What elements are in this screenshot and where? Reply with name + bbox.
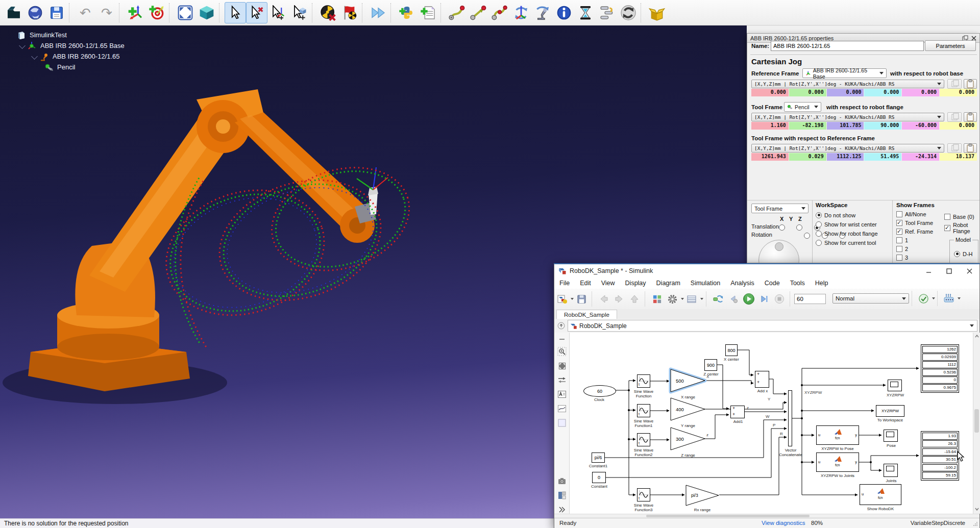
menu-file[interactable]: File xyxy=(554,280,575,287)
simulation-data-inspector-button[interactable] xyxy=(711,292,725,306)
vertical-scrollbar[interactable] xyxy=(973,333,980,514)
forward-button[interactable] xyxy=(612,292,626,306)
minimize-button[interactable] xyxy=(918,264,939,278)
block-gain-y-range[interactable]: 400 xyxy=(669,396,708,423)
tree-item-robot[interactable]: ABB IRB 2600-12/1.65 xyxy=(13,51,125,62)
model-settings-button[interactable] xyxy=(665,292,679,306)
select-none-button[interactable] xyxy=(246,2,267,23)
translation-x-radio[interactable] xyxy=(779,224,785,231)
paste-pose-button[interactable] xyxy=(964,79,977,89)
solver-name[interactable]: VariableStepDiscrete xyxy=(911,520,965,526)
pose-y-value[interactable]: 0.029 xyxy=(789,153,826,161)
block-sine-wave-function[interactable]: t xyxy=(637,374,650,388)
select-button[interactable] xyxy=(225,2,246,23)
pose-rz-value[interactable]: 90.000 xyxy=(864,122,901,130)
add-python-program-button[interactable] xyxy=(396,2,418,23)
tab-robodk-sample[interactable]: RoboDK_Sample xyxy=(556,310,617,319)
parameters-button[interactable]: Parameters xyxy=(925,40,976,51)
simulation-mode-select[interactable]: Normal xyxy=(832,293,909,304)
pause-simulation-button[interactable] xyxy=(575,2,596,23)
open-project-button[interactable] xyxy=(3,2,24,23)
tree-item-tool[interactable]: Pencil xyxy=(13,62,125,72)
expand-chevron-icon[interactable] xyxy=(31,53,38,60)
update-simulation-button[interactable] xyxy=(618,2,639,23)
block-gain-rx-range[interactable]: pi/3 xyxy=(684,484,721,507)
block-fcn-xyzrpw-to-joints[interactable]: u y fcn xyxy=(816,452,859,472)
pose-z-value[interactable]: 0.000 xyxy=(827,89,864,96)
block-to-workspace[interactable]: XYZRPW xyxy=(876,405,904,417)
block-constant1[interactable]: pi/6 xyxy=(592,452,605,463)
pose-rz-value[interactable]: 0.000 xyxy=(864,89,901,96)
block-gain-z-range[interactable]: 300 xyxy=(669,425,708,453)
move-joint-instruction-button[interactable] xyxy=(446,2,468,23)
collision-map-button[interactable] xyxy=(339,2,360,23)
menu-diagram[interactable]: Diagram xyxy=(651,280,685,287)
block-fcn-show-robodk[interactable]: u fcn xyxy=(860,484,901,505)
pose-ry-value[interactable]: 0.000 xyxy=(902,89,939,96)
pose-ry-value[interactable]: -24.314 xyxy=(902,153,939,161)
zoom-select-tool[interactable] xyxy=(556,346,568,357)
jog-dial-knob[interactable] xyxy=(775,242,783,251)
name-input[interactable] xyxy=(771,41,924,51)
copy-pose-button[interactable] xyxy=(947,143,962,153)
block-const-x-center[interactable]: 800 xyxy=(725,344,738,356)
redo-button[interactable]: ↷ xyxy=(96,2,117,23)
translation-y-radio[interactable] xyxy=(796,224,802,231)
move-object-button[interactable] xyxy=(289,2,310,23)
resize-grip-icon[interactable] xyxy=(973,521,978,526)
menu-tools[interactable]: Tools xyxy=(785,280,810,287)
view-diagnostics-link[interactable]: View diagnostics xyxy=(762,520,805,526)
update-diagram-button[interactable] xyxy=(916,291,930,306)
breadcrumb-dropdown-icon[interactable] xyxy=(970,324,974,327)
hide-browser-button[interactable] xyxy=(556,334,568,345)
back-button[interactable] xyxy=(597,292,611,306)
check-collisions-button[interactable] xyxy=(317,2,339,23)
workspace-option-3[interactable]: Show for current tool xyxy=(816,238,876,247)
simulink-title-bar[interactable]: RoboDK_Sample * - Simulink xyxy=(554,264,979,278)
workspace-option-2[interactable]: Show for robot flange xyxy=(816,229,878,238)
pose-y-value[interactable]: 0.000 xyxy=(789,89,826,96)
menu-analysis[interactable]: Analysis xyxy=(725,280,760,287)
block-const-z-center[interactable]: 900 xyxy=(704,359,717,371)
scrollbar-thumb[interactable] xyxy=(974,409,979,433)
pose-x-value[interactable]: 1261.943 xyxy=(751,153,789,161)
block-fcn-xyzrpw-to-pose[interactable]: u y fcn xyxy=(816,425,859,445)
show-frames-base0[interactable]: Base (0) xyxy=(944,212,974,221)
area-tool[interactable] xyxy=(556,417,568,429)
block-constant[interactable]: 0 xyxy=(592,472,606,483)
block-vector-concatenate[interactable] xyxy=(788,390,792,446)
pose-rx-value[interactable]: 18.137 xyxy=(940,153,977,161)
block-display1[interactable]: 1262 0.02939 1112 0.5236 0 0.9675 xyxy=(921,344,959,393)
stop-time-input[interactable] xyxy=(794,294,826,304)
menu-help[interactable]: Help xyxy=(810,280,834,287)
add-reference-frame-button[interactable] xyxy=(125,2,146,23)
run-button[interactable] xyxy=(742,292,756,306)
block-sine-wave-function2[interactable]: t xyxy=(637,433,650,446)
isometric-view-button[interactable] xyxy=(196,2,217,23)
paste-pose-button[interactable] xyxy=(964,112,977,122)
block-add1[interactable]: + + xyxy=(730,406,745,418)
pose-format-select-1[interactable]: [X,Y,Z]mm | Rot[Z,Y',X'']deg - KUKA/Nach… xyxy=(751,80,944,88)
layout-tool[interactable] xyxy=(556,490,568,501)
block-scope-pose[interactable] xyxy=(884,430,898,442)
fit-all-button[interactable] xyxy=(175,2,196,23)
new-model-button[interactable] xyxy=(555,292,569,306)
add-program-button[interactable] xyxy=(418,2,439,23)
workspace-option-1[interactable]: Show for wrist center xyxy=(816,220,877,229)
scroll-up-icon[interactable] xyxy=(975,335,979,338)
fast-simulation-button[interactable] xyxy=(368,2,389,23)
move-circular-instruction-button[interactable] xyxy=(489,2,510,23)
block-clock[interactable]: 60 xyxy=(583,385,616,397)
tree-item-station[interactable]: SimulinkTest xyxy=(13,30,125,40)
program-actions-button[interactable] xyxy=(596,2,618,23)
annotation-tool[interactable] xyxy=(556,389,568,400)
show-frames-robotflange[interactable]: Robot Flange xyxy=(944,223,979,232)
open-online-library-button[interactable] xyxy=(24,2,46,23)
paste-pose-button[interactable] xyxy=(964,143,977,153)
block-add-x[interactable]: + + xyxy=(755,371,769,388)
pose-rz-value[interactable]: 51.495 xyxy=(864,153,901,161)
step-back-button[interactable] xyxy=(726,292,741,306)
breadcrumb[interactable]: RoboDK_Sample xyxy=(568,320,977,332)
block-sine-wave-function1[interactable]: t xyxy=(637,404,650,417)
scrollbar-thumb[interactable] xyxy=(646,515,810,517)
